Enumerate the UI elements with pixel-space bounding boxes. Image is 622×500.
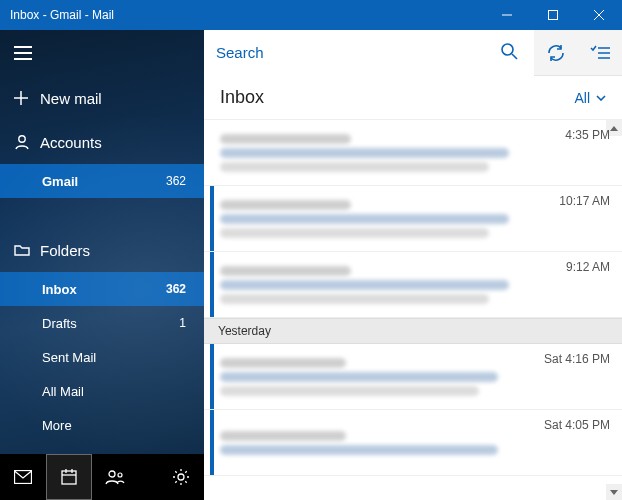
sync-button[interactable]	[534, 30, 578, 76]
message-item[interactable]: Sat 4:05 PM	[204, 410, 622, 476]
folder-count: 1	[179, 316, 186, 330]
gear-icon	[172, 468, 190, 486]
folders-label: Folders	[40, 242, 204, 259]
svg-point-21	[118, 473, 122, 477]
svg-point-20	[109, 471, 115, 477]
accounts-label: Accounts	[40, 134, 204, 151]
search-input[interactable]	[216, 44, 496, 61]
svg-point-22	[178, 474, 184, 480]
settings-button[interactable]	[158, 454, 204, 500]
search-icon[interactable]	[496, 38, 522, 68]
account-unread-count: 362	[166, 174, 186, 188]
person-icon	[14, 134, 40, 150]
people-app-button[interactable]	[92, 454, 138, 500]
mail-app-button[interactable]	[0, 454, 46, 500]
filter-dropdown[interactable]: All	[574, 90, 606, 106]
message-preview	[220, 126, 548, 180]
svg-rect-11	[62, 471, 76, 484]
chevron-down-icon	[596, 95, 606, 101]
folder-sent[interactable]: Sent Mail	[0, 340, 204, 374]
folders-header[interactable]: Folders	[0, 228, 204, 272]
search-bar	[204, 30, 622, 76]
message-time: Sat 4:05 PM	[536, 418, 610, 432]
folder-drafts[interactable]: Drafts 1	[0, 306, 204, 340]
account-name: Gmail	[42, 174, 166, 189]
people-icon	[105, 469, 125, 485]
select-mode-button[interactable]	[578, 30, 622, 76]
maximize-button[interactable]	[530, 0, 576, 30]
message-preview	[220, 192, 548, 246]
svg-point-23	[502, 44, 513, 55]
folder-inbox[interactable]: Inbox 362	[0, 272, 204, 306]
unread-indicator	[210, 120, 214, 185]
message-item[interactable]: 4:35 PM	[204, 120, 622, 186]
folder-title: Inbox	[220, 87, 574, 108]
group-header-yesterday: Yesterday	[204, 318, 622, 344]
message-preview	[220, 350, 536, 404]
calendar-app-button[interactable]	[46, 454, 92, 500]
folder-label: More	[42, 418, 186, 433]
calendar-icon	[61, 469, 77, 485]
search-box[interactable]	[204, 30, 534, 76]
message-time: 10:17 AM	[548, 194, 610, 208]
folder-icon	[14, 243, 40, 257]
account-gmail[interactable]: Gmail 362	[0, 164, 204, 198]
sidebar: New mail Accounts Gmail 362 Folders	[0, 30, 204, 500]
folder-label: Drafts	[42, 316, 179, 331]
folder-count: 362	[166, 282, 186, 296]
folder-allmail[interactable]: All Mail	[0, 374, 204, 408]
mail-icon	[14, 470, 32, 484]
unread-indicator	[210, 344, 214, 409]
unread-indicator	[210, 186, 214, 251]
minimize-button[interactable]	[484, 0, 530, 30]
message-preview	[220, 258, 548, 312]
svg-line-24	[512, 54, 517, 59]
hamburger-icon	[14, 46, 32, 60]
plus-icon	[14, 91, 40, 105]
svg-point-9	[19, 136, 25, 142]
hamburger-button[interactable]	[0, 30, 204, 76]
scroll-down-button[interactable]	[606, 484, 622, 500]
unread-indicator	[210, 252, 214, 317]
checklist-icon	[590, 45, 610, 61]
message-item[interactable]: 9:12 AM	[204, 252, 622, 318]
window-title: Inbox - Gmail - Mail	[0, 8, 484, 22]
message-time: Sat 4:16 PM	[536, 352, 610, 366]
accounts-button[interactable]: Accounts	[0, 120, 204, 164]
filter-label: All	[574, 90, 590, 106]
svg-rect-1	[549, 11, 558, 20]
close-button[interactable]	[576, 0, 622, 30]
folder-label: Inbox	[42, 282, 166, 297]
sync-icon	[546, 43, 566, 63]
message-preview	[220, 423, 536, 463]
bottom-bar	[0, 454, 204, 500]
message-list[interactable]: 4:35 PM 10:17 AM 9:12 AM	[204, 120, 622, 500]
message-item[interactable]: 10:17 AM	[204, 186, 622, 252]
content-pane: Inbox All 4:35 PM	[204, 30, 622, 500]
message-time: 4:35 PM	[548, 128, 610, 142]
folder-label: All Mail	[42, 384, 186, 399]
folder-label: Sent Mail	[42, 350, 186, 365]
message-item[interactable]: Sat 4:16 PM	[204, 344, 622, 410]
folder-header: Inbox All	[204, 76, 622, 120]
title-bar: Inbox - Gmail - Mail	[0, 0, 622, 30]
message-time: 9:12 AM	[548, 260, 610, 274]
new-mail-label: New mail	[40, 90, 204, 107]
new-mail-button[interactable]: New mail	[0, 76, 204, 120]
unread-indicator	[210, 410, 214, 475]
folder-more[interactable]: More	[0, 408, 204, 442]
